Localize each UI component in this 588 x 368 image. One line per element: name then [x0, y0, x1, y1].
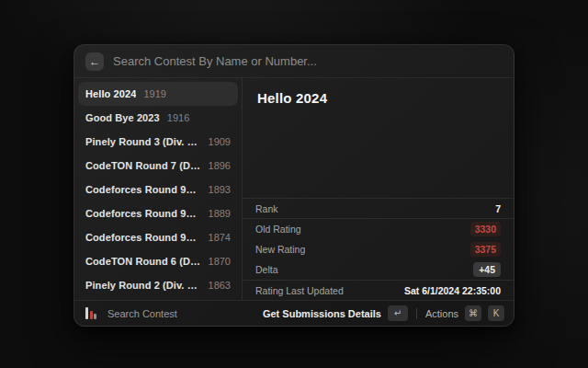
- contest-number: 1889: [209, 208, 231, 219]
- footer-actions: Get Submissions Details ↵ Actions ⌘ K: [263, 305, 504, 321]
- contest-number: 1863: [209, 280, 231, 291]
- main-split: Hello 2024 1919 Good Bye 2023 1916 Pinel…: [74, 78, 514, 300]
- contest-list-item[interactable]: Codeforces Round 901 (Div. 1) 1874: [78, 225, 238, 249]
- contest-number: 1874: [209, 232, 231, 243]
- contest-number: 1893: [209, 184, 231, 195]
- contest-number: 1916: [167, 112, 189, 123]
- metadata-row-new-rating: New Rating 3375: [243, 239, 514, 259]
- detail-metadata: Rank 7 Old Rating 3330 New Rating 3375 D…: [243, 198, 514, 300]
- metadata-row-last-updated: Rating Last Updated Sat 6/1/2024 22:35:0…: [243, 280, 514, 300]
- metadata-value-last-updated: Sat 6/1/2024 22:35:00: [404, 285, 501, 296]
- contest-list-item[interactable]: CodeTON Round 6 (Div. 1 + Di... 1870: [78, 249, 238, 273]
- primary-action-button[interactable]: Get Submissions Details: [263, 308, 381, 319]
- contest-detail-pane: Hello 2024 Rank 7 Old Rating 3330 New Ra…: [243, 78, 514, 300]
- contest-title: Pinely Round 3 (Div. 1 + Div. 2): [85, 136, 201, 147]
- command-key-icon[interactable]: ⌘: [465, 305, 481, 321]
- arrow-left-icon: ←: [89, 55, 100, 68]
- contest-number: 1870: [209, 256, 231, 267]
- metadata-label: Rank: [255, 203, 278, 214]
- metadata-row-old-rating: Old Rating 3330: [243, 219, 514, 239]
- metadata-row-rank: Rank 7: [243, 199, 514, 219]
- k-key-icon[interactable]: K: [488, 305, 504, 321]
- metadata-value-new-rating: 3375: [470, 242, 501, 257]
- contest-title: CodeTON Round 7 (Div. 1 + Di...: [85, 160, 201, 171]
- contest-title: Hello 2024: [85, 88, 136, 99]
- contest-list-item[interactable]: CodeTON Round 7 (Div. 1 + Di... 1896: [78, 154, 238, 178]
- back-button[interactable]: ←: [85, 52, 104, 71]
- contest-list-item[interactable]: Codeforces Round 908 (Div. 1) 1893: [78, 178, 238, 201]
- enter-key-icon[interactable]: ↵: [388, 305, 408, 321]
- extension-name: Search Contest: [107, 308, 177, 319]
- contest-list-item[interactable]: Pinely Round 3 (Div. 1 + Div. 2) 1909: [78, 130, 238, 154]
- detail-description-area: [243, 115, 514, 198]
- metadata-label: Delta: [255, 264, 278, 275]
- actions-menu-button[interactable]: Actions: [425, 308, 458, 319]
- contest-number: 1919: [143, 88, 165, 99]
- contest-list-item[interactable]: Codeforces Round 906 (Div. 1) 1889: [78, 201, 238, 225]
- footer-action-bar: Search Contest Get Submissions Details ↵…: [74, 300, 514, 326]
- metadata-label: Rating Last Updated: [255, 285, 344, 296]
- metadata-value-delta: +45: [473, 262, 501, 277]
- contest-list: Hello 2024 1919 Good Bye 2023 1916 Pinel…: [74, 78, 242, 300]
- detail-title: Hello 2024: [243, 78, 514, 115]
- metadata-value: 7: [495, 203, 501, 214]
- contest-title: Good Bye 2023: [85, 112, 160, 123]
- codeforces-bar-chart-icon: [85, 307, 96, 319]
- contest-number: 1896: [209, 160, 231, 171]
- metadata-label: Old Rating: [255, 224, 301, 235]
- metadata-label: New Rating: [255, 244, 305, 255]
- contest-title: Codeforces Round 901 (Div. 1): [85, 232, 201, 243]
- search-input[interactable]: [113, 54, 503, 68]
- metadata-row-delta: Delta +45: [243, 259, 514, 280]
- contest-title: Pinely Round 2 (Div. 1 + Div. 2): [85, 280, 201, 291]
- contest-number: 1909: [209, 136, 231, 147]
- command-palette-window: ← Hello 2024 1919 Good Bye 2023 1916 Pin…: [74, 44, 514, 327]
- metadata-value-old-rating: 3330: [470, 222, 501, 236]
- contest-title: Codeforces Round 908 (Div. 1): [85, 184, 201, 195]
- contest-title: CodeTON Round 6 (Div. 1 + Di...: [85, 256, 201, 267]
- contest-list-item[interactable]: Hello 2024 1919: [78, 82, 238, 106]
- contest-list-item[interactable]: Good Bye 2023 1916: [78, 106, 238, 130]
- contest-list-item[interactable]: Pinely Round 2 (Div. 1 + Div. 2) 1863: [78, 273, 238, 297]
- footer-divider: [416, 308, 417, 319]
- search-bar: ←: [74, 45, 514, 78]
- contest-title: Codeforces Round 906 (Div. 1): [85, 208, 201, 219]
